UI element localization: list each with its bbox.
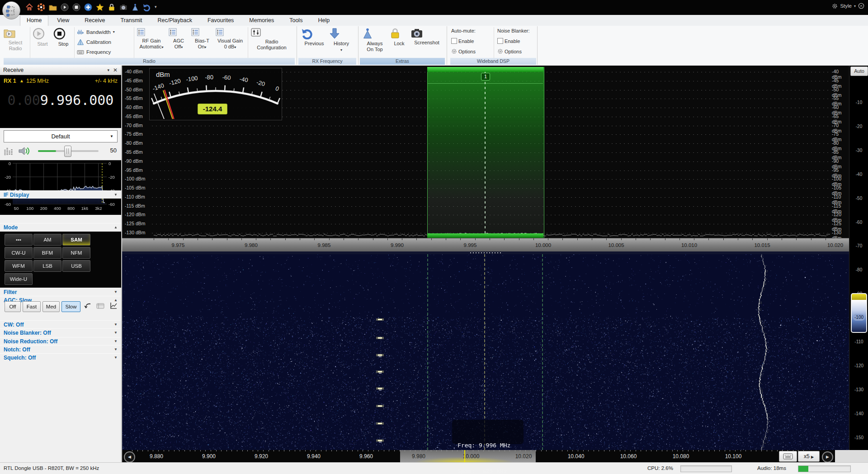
help-lifering-icon[interactable] <box>37 3 45 11</box>
equalizer-icon[interactable] <box>4 146 14 156</box>
mode-button-usb[interactable]: USB <box>62 260 90 272</box>
nav-scroll-right-button[interactable]: ▶ <box>822 451 833 462</box>
speaker-icon[interactable] <box>18 146 30 156</box>
screenshot-button[interactable]: Screenshot <box>410 27 443 57</box>
section-header-if-display[interactable]: IF Display▼ <box>0 190 121 199</box>
preset-dropdown[interactable]: Default ▼ <box>4 130 118 142</box>
mode-button-nfm[interactable]: NFM <box>62 247 90 259</box>
auto-mute-enable[interactable]: Enable <box>451 38 474 44</box>
section-chevron-icon[interactable]: ▼ <box>114 331 118 335</box>
always-on-top-button[interactable]: AlwaysOn Top <box>362 27 388 57</box>
splitter-grip-icon[interactable] <box>470 252 502 253</box>
mode-button-am[interactable]: AM <box>33 234 61 246</box>
section-header-mode[interactable]: Mode▲ <box>0 223 121 231</box>
bandwidth-button[interactable]: Bandwidth▾ <box>77 28 131 36</box>
spectrum-frequency-axis[interactable]: 9.9759.9809.9859.9909.99510.00010.00510.… <box>122 238 849 252</box>
tab-favourites[interactable]: Favourites <box>201 15 241 26</box>
previous-frequency-button[interactable]: Previous <box>301 27 327 57</box>
section-header-filter[interactable]: Filter▼ <box>0 288 121 296</box>
style-selector[interactable]: Style ▾ <box>832 3 864 9</box>
palette-auto-button[interactable]: Auto <box>850 66 868 76</box>
agc-button-fast[interactable]: Fast <box>23 301 41 312</box>
tab-receive[interactable]: Receive <box>78 15 112 26</box>
nav-keyboard-button[interactable] <box>779 451 797 462</box>
section-chevron-icon[interactable]: ▼ <box>114 193 118 197</box>
open-folder-icon[interactable] <box>49 3 57 11</box>
stop-button[interactable]: Stop <box>53 27 73 57</box>
qat-more-icon[interactable]: ▾ <box>155 5 163 13</box>
tab-tools[interactable]: Tools <box>283 15 309 26</box>
section-chevron-icon[interactable]: ▼ <box>114 339 118 343</box>
section-chevron-icon[interactable]: ▼ <box>114 347 118 351</box>
tuned-band-marker[interactable]: 1 <box>481 73 490 81</box>
section-header-noise-reduction[interactable]: Noise Reduction: Off▼ <box>0 337 121 345</box>
agc-button-slow[interactable]: Slow <box>61 301 80 312</box>
record-play-icon[interactable] <box>61 3 69 11</box>
record-stop-icon[interactable] <box>72 3 80 11</box>
section-chevron-icon[interactable]: ▲ <box>114 225 118 229</box>
tuned-band[interactable] <box>427 67 544 238</box>
mode-button-lsb[interactable]: LSB <box>33 260 61 272</box>
agc-graph-icon[interactable] <box>109 302 118 310</box>
auto-mute-enable-checkbox[interactable] <box>451 38 457 44</box>
tab-transmit[interactable]: Transmit <box>113 15 149 26</box>
rf-gain-button[interactable]: RF GainAutomatic▾ <box>137 27 166 57</box>
mode-button-sam[interactable]: SAM <box>62 234 90 246</box>
volume-slider-thumb[interactable] <box>64 146 71 157</box>
tuned-band-bottom-cap[interactable] <box>427 233 543 238</box>
agc-button[interactable]: AGCOff▾ <box>168 27 189 57</box>
screenshot-camera-icon[interactable] <box>119 3 127 11</box>
always-on-top-icon[interactable] <box>131 3 139 11</box>
lock-icon[interactable] <box>108 3 116 11</box>
tab-memories[interactable]: Memories <box>242 15 281 26</box>
agc-button-off[interactable]: Off <box>5 301 21 312</box>
nav-zoom-button[interactable]: x5 ▶ <box>798 451 820 462</box>
tab-help[interactable]: Help <box>311 15 336 26</box>
panel-close-icon[interactable]: ✕ <box>113 67 118 73</box>
section-header-noise-blanker[interactable]: Noise Blanker: Off▼ <box>0 328 121 337</box>
section-chevron-icon[interactable]: ▼ <box>114 290 118 294</box>
section-header-cw[interactable]: CW: Off▼ <box>0 320 121 328</box>
visual-gain-button[interactable]: Visual Gain0 dB▾ <box>215 27 245 57</box>
noise-blanker-enable[interactable]: Enable <box>497 38 520 44</box>
mode-button-bfm[interactable]: BFM <box>33 247 61 259</box>
favourites-star-icon[interactable] <box>96 3 104 11</box>
agc-undo-icon[interactable] <box>83 302 92 310</box>
agc-button-med[interactable]: Med <box>42 301 60 312</box>
mode-button-cw-u[interactable]: CW-U <box>5 247 33 259</box>
tuned-band-top-cap[interactable] <box>427 67 543 72</box>
calibration-button[interactable]: Calibration <box>77 38 131 46</box>
tab-rec-playback[interactable]: Rec/Playback <box>151 15 199 26</box>
nav-scroll-left-button[interactable]: ◀ <box>124 451 135 462</box>
tab-view[interactable]: View <box>50 15 76 26</box>
tab-home[interactable]: Home <box>20 15 48 26</box>
radio-configuration-button[interactable]: RadioConfiguration <box>250 27 293 57</box>
section-chevron-icon[interactable]: ▼ <box>114 322 118 327</box>
frequency-digits[interactable]: 0.009.996.000 <box>4 92 118 108</box>
home-icon[interactable] <box>25 3 33 11</box>
nav-minor-tick <box>384 450 384 451</box>
application-menu-button[interactable] <box>2 1 20 19</box>
lock-button[interactable]: Lock <box>390 27 409 57</box>
agc-preset-icon[interactable] <box>96 302 105 309</box>
bias-t-button[interactable]: Bias-TOn▾ <box>191 27 213 57</box>
noise-blanker-options[interactable]: Options <box>497 48 522 54</box>
select-radio-button[interactable]: SelectRadio <box>4 27 27 57</box>
frequency-display[interactable]: RX 1 ▲ 125 MHz +/- 4 kHz 0.009.996.000 <box>0 75 121 128</box>
mode-button-more[interactable]: ••• <box>5 234 33 246</box>
section-header-squelch[interactable]: Squelch: Off▼ <box>0 353 121 361</box>
palette-range-slider[interactable]: -100 <box>851 293 867 333</box>
noise-blanker-enable-checkbox[interactable] <box>497 38 503 44</box>
mode-button-wfm[interactable]: WFM <box>5 260 33 272</box>
panel-menu-icon[interactable]: ▾ <box>107 68 109 72</box>
add-radio-icon[interactable] <box>84 3 92 11</box>
section-chevron-icon[interactable]: ▼ <box>114 356 118 360</box>
start-button[interactable]: Start <box>33 27 52 57</box>
mode-button-wide-u[interactable]: Wide-U <box>5 273 33 285</box>
undo-icon[interactable] <box>143 3 151 11</box>
auto-mute-options[interactable]: Options <box>451 48 476 54</box>
history-button[interactable]: History▾ <box>329 27 354 57</box>
ribbon-collapse-icon[interactable] <box>858 3 864 9</box>
section-header-notch[interactable]: Notch: Off▼ <box>0 345 121 353</box>
frequency-button[interactable]: Frequency <box>77 47 131 56</box>
